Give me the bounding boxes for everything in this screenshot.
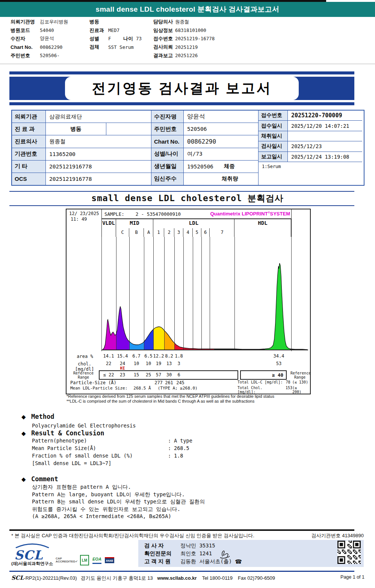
accreditation-badges: CAP ACCREDITED✓ LM EOA ANAB — [56, 555, 114, 565]
field-value: 김포우리병원 — [40, 19, 68, 25]
reference-label-line1: Reference — [69, 371, 98, 375]
chol-value: 3 — [177, 361, 180, 366]
brand-suffix: SYSTEM — [270, 211, 290, 217]
result-colon: : — [168, 445, 174, 451]
cell-value: 2025121916778 — [46, 173, 151, 185]
section-divider-bottom — [9, 205, 354, 206]
anab-badge-icon: ANAB — [105, 557, 114, 563]
field-value: 20251226 — [175, 53, 198, 58]
cell-label: 생년월일 — [151, 161, 184, 173]
section-title: small dense LDL cholesterol 분획검사 — [0, 192, 375, 204]
comment-line: (A ≥268A, 265A < Intermediate <268A, B≤2… — [32, 513, 205, 520]
scan-time: 11: 49 — [69, 217, 99, 222]
chol-value: 13 — [166, 361, 172, 366]
chol-value: 53 — [276, 361, 281, 366]
mean-particle-value: 268.5 Å — [133, 386, 151, 391]
staff-row: 고 객 지 원김동환 서울서초(출)☎ — [144, 558, 364, 565]
result-value: A type — [174, 438, 192, 444]
field-label: 성별 — [89, 35, 108, 42]
cell-value: 19520506체중 — [184, 161, 258, 173]
result-row: Pattern(phenotype):A type — [32, 438, 192, 444]
kolas-badge-icon: LM — [80, 555, 89, 565]
cell-value: 00862290 — [184, 135, 258, 147]
footer-navy-line — [9, 571, 354, 572]
particle-size-value: 277 — [154, 380, 163, 385]
particle-size-label: Particle-Size (Å) — [70, 380, 116, 385]
total-chol-reference: (≤ 200) — [292, 386, 308, 394]
field-label: 수진자 — [11, 35, 40, 42]
eoa-badge-icon: EOA — [92, 557, 101, 564]
method-body: Polyacrylamide Gel Electrophoresis — [32, 423, 136, 429]
table-row: 수진자명양윤석 — [151, 111, 258, 123]
cell-label: 수진자명 — [151, 111, 184, 123]
comment-heading: Comment — [31, 475, 58, 483]
header-column-1: 의뢰기관명김포우리병원 병원코드54040 수진자양윤석 Chart No.00… — [11, 18, 68, 60]
table-row: 기 타2025121916778 — [12, 161, 151, 173]
table-row: 1:Serum — [259, 162, 362, 188]
area-percent-value: 8.2 — [165, 353, 173, 359]
area-percent-value: 6.5 — [144, 353, 153, 359]
field-label: 병원코드 — [11, 27, 40, 34]
reference-value: ≤ 22 — [103, 372, 114, 377]
field-label: 나이 — [123, 35, 136, 42]
field-value: 20251219-16778 — [175, 36, 215, 41]
header-field: 검체SST Serum — [89, 43, 142, 51]
header-column-2: 병동 진료과MED7 성별F나이73 검체SST Serum — [89, 18, 142, 52]
serum-note: 1:Serum — [259, 164, 362, 169]
band-sub-label: A — [144, 228, 153, 237]
field-value: 68318101000 — [175, 27, 206, 33]
result-label: Fraction % of small dense LDL (%) — [32, 453, 168, 459]
banner-band: 전기영동 검사결과 보고서 — [9, 77, 354, 100]
total-ldl-reference: (≤ 130) — [292, 380, 308, 384]
band-sub-label: 3 — [174, 228, 183, 237]
table-row: 접수일시2025/12/20 14:07:21 — [259, 121, 362, 131]
scl-logo: SCL — [14, 543, 50, 561]
mean-particle-row: Mean LDL-Particle Size: 268.5 Å (TYPE A;… — [70, 386, 198, 391]
reference-label-line1: Reference — [290, 371, 309, 375]
chol-value: 19 — [156, 361, 161, 366]
header-field: 성별F나이73 — [89, 35, 142, 43]
diamond-icon: ◆ — [21, 414, 26, 420]
cap-accredited-badge-icon: CAP ACCREDITED✓ — [56, 557, 77, 563]
table-row: Chart No.00862290 — [151, 135, 258, 148]
table-row: 보고일시2025/12/24 13:19:08 — [259, 152, 362, 162]
scan-datetime: 12/ 23/2025 11: 49 — [69, 211, 99, 222]
scl-logo-text: SCL — [14, 550, 50, 561]
header-field: 병동 — [89, 18, 142, 26]
chol-row-label: chol. [mg/dl] — [69, 361, 100, 372]
area-percent-value: 34.4 — [274, 353, 284, 359]
cell-label: 성별/나이 — [151, 148, 184, 160]
cell-value: 2025/12/23 — [288, 141, 362, 151]
cell-value: 삼광의료재단 — [46, 111, 151, 123]
reference-value: 30 — [166, 372, 172, 377]
area-percent-value: 1.8 — [175, 353, 183, 359]
result-label: Mean Particle Size(Å) — [32, 445, 168, 451]
reference-value: 15 — [134, 372, 139, 377]
band-sub-label: 5 — [193, 228, 201, 237]
cell-label: 검사일시 — [259, 141, 288, 151]
header-field: 수진자양윤석 — [11, 35, 68, 43]
area-percent-value: 15.4 — [117, 353, 128, 359]
cell-label: 기관번호 — [12, 148, 46, 160]
cell-value: 2025/12/24 13:19:08 — [288, 152, 362, 162]
field-value: 00862290 — [40, 44, 62, 50]
banner-top-bar — [9, 71, 354, 74]
field-value: F — [108, 36, 123, 41]
field-value: 양윤석 — [40, 35, 54, 42]
qr-code — [337, 541, 361, 564]
chol-value: 22 — [106, 361, 111, 366]
birthdate-value: 19520506 — [187, 164, 213, 170]
cell-label: 접수번호 — [259, 111, 288, 120]
comment-body: 상기환자 표현형은 pattern A 입니다. Pattern A는 larg… — [32, 483, 205, 520]
staff-label: 고 객 지 원 — [144, 558, 180, 565]
table-row: 생년월일19520506체중 — [151, 161, 258, 173]
staff-value: 정낙민 35315 — [180, 543, 215, 549]
lab-org-number: 검사기관번호 41349890 — [311, 532, 364, 539]
patient-table-mid-group: 수진자명양윤석 주민번호520506 Chart No.00862290 성별/… — [151, 111, 258, 185]
area-percent-value: 6.7 — [132, 353, 141, 359]
table-row: 기관번호11365200 — [12, 148, 151, 161]
hdl-reference-box: ≥ 40 — [240, 370, 287, 380]
field-value: MED7 — [108, 27, 119, 33]
sample-id: 2 - 535470000910 — [136, 211, 181, 217]
page-number: Page 1 of 1 — [340, 574, 364, 580]
